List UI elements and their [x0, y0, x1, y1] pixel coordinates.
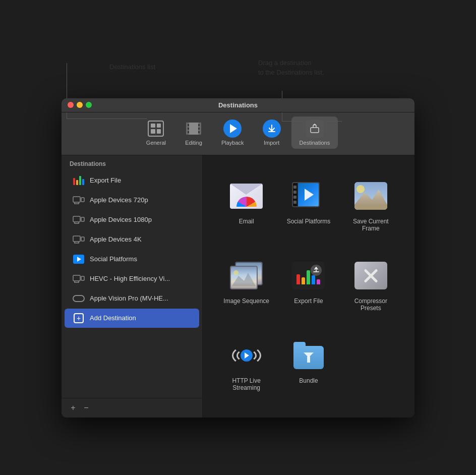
title-bar: Destinations: [62, 98, 414, 112]
svg-rect-26: [81, 276, 84, 280]
window-title: Destinations: [218, 101, 258, 109]
sidebar-footer: + −: [62, 398, 202, 418]
toolbar-label-playback: Playback: [221, 140, 244, 146]
hevc-icon: [73, 273, 85, 285]
general-icon: [147, 120, 165, 138]
toolbar-item-destinations[interactable]: Destinations: [291, 116, 338, 149]
dest-label-bundle: Bundle: [299, 377, 318, 384]
destination-grid: Email: [213, 165, 404, 404]
svg-rect-3: [188, 124, 189, 126]
email-dest-icon: [229, 179, 264, 214]
dest-item-save-frame[interactable]: Save Current Frame: [342, 170, 399, 240]
toolbar: General Editin: [62, 112, 414, 155]
svg-rect-7: [198, 128, 200, 130]
right-panel: Email: [203, 155, 414, 418]
dest-label-compressor: Compressor Presets: [346, 298, 395, 312]
sidebar: Destinations Export File: [62, 155, 203, 418]
traffic-lights: [68, 102, 92, 108]
save-frame-dest-icon: [353, 179, 388, 214]
svg-point-33: [356, 185, 365, 193]
destinations-icon: [306, 120, 324, 138]
svg-rect-4: [188, 128, 189, 130]
sidebar-item-label-add: Add Destination: [90, 314, 136, 322]
bundle-dest-icon: [291, 338, 326, 373]
add-destination-icon: +: [73, 312, 85, 324]
svg-rect-32: [354, 205, 387, 210]
dest-label-save-frame: Save Current Frame: [346, 218, 395, 232]
main-content: Destinations Export File: [62, 155, 414, 418]
sidebar-item-add-destination[interactable]: + Add Destination: [65, 309, 199, 328]
sidebar-item-apple-vision[interactable]: Apple Vision Pro (MV-HE...: [65, 289, 199, 308]
toolbar-label-import: Import: [264, 140, 279, 146]
sidebar-item-label-export-file: Export File: [90, 176, 121, 184]
sidebar-item-export-file[interactable]: Export File: [65, 171, 199, 190]
toolbar-label-destinations: Destinations: [300, 140, 330, 146]
dest-item-email[interactable]: Email: [218, 170, 275, 240]
dest-label-social-platforms: Social Platforms: [287, 218, 331, 225]
sidebar-item-apple-4k[interactable]: Apple Devices 4K: [65, 230, 199, 249]
svg-point-35: [233, 270, 239, 275]
svg-rect-9: [311, 128, 319, 133]
add-destination-button[interactable]: +: [68, 402, 79, 413]
toolbar-item-editing[interactable]: Editing: [176, 116, 211, 149]
toolbar-item-general[interactable]: General: [138, 116, 174, 149]
toolbar-label-general: General: [146, 140, 166, 146]
minimize-button[interactable]: [77, 102, 83, 108]
sidebar-item-label-vision: Apple Vision Pro (MV-HE...: [90, 294, 168, 302]
dest-item-image-sequence[interactable]: Image Sequence: [218, 250, 275, 320]
sidebar-item-hevc[interactable]: HEVC - High Efficiency Vi...: [65, 269, 199, 288]
dest-item-social-platforms[interactable]: Social Platforms: [280, 170, 337, 240]
svg-rect-16: [81, 217, 84, 221]
sidebar-item-social-platforms[interactable]: Social Platforms: [65, 250, 199, 269]
image-sequence-dest-icon: [229, 258, 264, 293]
svg-rect-21: [81, 237, 84, 241]
dest-label-image-sequence: Image Sequence: [223, 298, 269, 305]
toolbar-label-editing: Editing: [185, 140, 202, 146]
apple-device-720p-icon: [73, 194, 85, 206]
svg-rect-11: [81, 198, 84, 202]
compressor-dest-icon: [353, 258, 388, 293]
annotation-drag: Drag a destinationto the Destinations li…: [258, 58, 324, 78]
close-button[interactable]: [68, 102, 74, 108]
dest-label-hls: HTTP Live Streaming: [222, 377, 271, 391]
apple-device-1080p-icon: [73, 214, 85, 226]
sidebar-item-label-1080p: Apple Devices 1080p: [90, 216, 152, 223]
maximize-button[interactable]: [86, 102, 92, 108]
dest-item-compressor[interactable]: Compressor Presets: [342, 250, 399, 320]
export-file-dest-icon: [291, 258, 326, 293]
sidebar-header: Destinations: [62, 155, 202, 170]
apple-device-4k-icon: [73, 233, 85, 246]
playback-icon: [223, 120, 242, 138]
import-icon: [263, 120, 281, 138]
sidebar-item-label-hevc: HEVC - High Efficiency Vi...: [90, 275, 170, 282]
svg-rect-8: [198, 131, 200, 133]
hls-dest-icon: [229, 338, 264, 373]
toolbar-item-import[interactable]: Import: [254, 116, 289, 149]
dest-item-export-file[interactable]: Export File: [280, 250, 337, 320]
dest-item-hls[interactable]: HTTP Live Streaming: [218, 330, 275, 399]
sidebar-item-apple-720p[interactable]: Apple Devices 720p: [65, 191, 199, 210]
svg-rect-5: [188, 131, 189, 133]
svg-rect-15: [73, 216, 80, 222]
svg-rect-6: [198, 124, 200, 126]
vision-pro-icon: [73, 292, 85, 305]
window: Destinations General: [62, 98, 414, 418]
sidebar-list: Export File A: [62, 170, 202, 398]
toolbar-item-playback[interactable]: Playback: [213, 116, 252, 149]
svg-rect-25: [73, 275, 80, 281]
sidebar-item-label-social: Social Platforms: [90, 255, 137, 263]
editing-icon: [185, 120, 203, 138]
dest-label-export-file: Export File: [294, 298, 323, 305]
sidebar-item-label-4k: Apple Devices 4K: [90, 235, 142, 243]
svg-rect-10: [73, 197, 80, 202]
svg-rect-20: [73, 236, 80, 242]
export-file-icon: [73, 174, 85, 187]
dest-item-bundle[interactable]: Bundle: [280, 330, 337, 399]
remove-destination-button[interactable]: −: [81, 402, 92, 413]
dest-label-email: Email: [239, 218, 254, 225]
sidebar-item-apple-1080p[interactable]: Apple Devices 1080p: [65, 210, 199, 229]
social-platforms-sidebar-icon: [73, 253, 85, 265]
social-platforms-dest-icon: [291, 179, 326, 214]
annotation-destinations-list: Destinations list: [109, 63, 155, 71]
sidebar-item-label-720p: Apple Devices 720p: [90, 196, 148, 204]
